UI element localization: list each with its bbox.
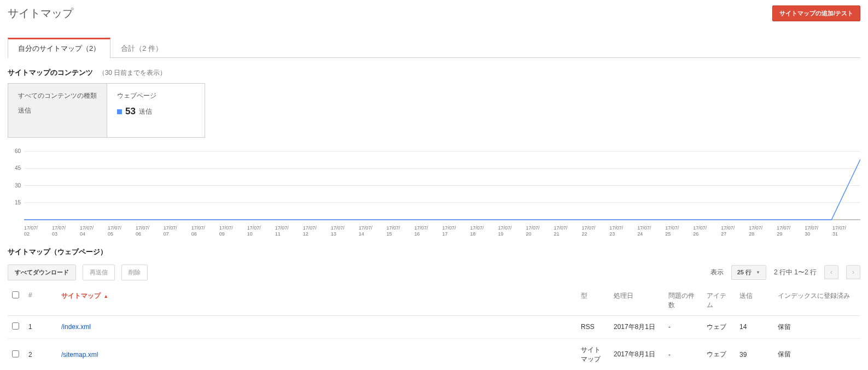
chart-x-tick: 17/07/30 xyxy=(805,225,832,237)
chart-x-tick: 17/07/19 xyxy=(498,225,526,237)
chart-x-tick: 17/07/09 xyxy=(219,225,247,237)
chart-x-tick: 17/07/25 xyxy=(665,225,693,237)
chart-x-tick: 17/07/24 xyxy=(637,225,665,237)
chart-x-tick: 17/07/12 xyxy=(303,225,331,237)
table-header-row: # サイトマップ ▲ 型 処理日 問題の件数 アイテム 送信 インデックスに登録… xyxy=(8,286,860,316)
delete-button[interactable]: 削除 xyxy=(121,265,148,280)
chart-x-tick: 17/07/22 xyxy=(581,225,609,237)
chart-x-tick: 17/07/26 xyxy=(693,225,721,237)
chart-x-tick: 17/07/28 xyxy=(749,225,777,237)
chevron-down-icon: ▼ xyxy=(756,270,760,275)
rows-select-value: 25 行 xyxy=(737,268,752,277)
page-title: サイトマップ xyxy=(8,6,73,21)
chart-x-tick: 17/07/02 xyxy=(24,225,52,237)
chart-x-tick: 17/07/23 xyxy=(609,225,637,237)
content-boxes: すべてのコンテンツの種類 送信 ウェブページ 53 送信 xyxy=(8,83,860,138)
chart-x-tick: 17/07/04 xyxy=(80,225,108,237)
contents-heading: サイトマップのコンテンツ （30 日前までを表示） xyxy=(8,68,860,78)
contents-heading-text: サイトマップのコンテンツ xyxy=(8,68,93,77)
chart-x-tick: 17/07/15 xyxy=(387,225,415,237)
chart-x-tick: 17/07/06 xyxy=(136,225,164,237)
cell-issues: - xyxy=(664,338,702,370)
cell-type: RSS xyxy=(576,315,609,338)
cell-issues: - xyxy=(664,315,702,338)
cell-sent: 14 xyxy=(735,315,773,338)
content-box-web-label: ウェブページ xyxy=(117,91,195,101)
chart: 15304560 17/07/0217/07/0317/07/0417/07/0… xyxy=(8,149,860,237)
sitemap-link[interactable]: /index.xml xyxy=(61,323,91,331)
col-issues[interactable]: 問題の件数 xyxy=(664,286,702,316)
cell-items: ウェブ xyxy=(702,315,735,338)
content-box-all-sub: 送信 xyxy=(18,106,97,115)
chart-x-tick: 17/07/07 xyxy=(164,225,191,237)
sitemap-link[interactable]: /sitemap.xml xyxy=(61,351,98,359)
tab-my-sitemaps[interactable]: 自分のサイトマップ（2） xyxy=(8,38,110,58)
col-num[interactable]: # xyxy=(24,286,57,316)
cell-processed: 2017年8月1日 xyxy=(609,338,664,370)
col-items[interactable]: アイテム xyxy=(702,286,735,316)
pager-label: 2 行中 1〜2 行 xyxy=(774,268,817,277)
pager-prev-button[interactable]: ‹ xyxy=(824,265,838,279)
col-type[interactable]: 型 xyxy=(576,286,609,316)
col-sent[interactable]: 送信 xyxy=(735,286,773,316)
chart-x-tick: 17/07/18 xyxy=(470,225,498,237)
svg-text:60: 60 xyxy=(15,149,21,154)
chart-svg: 15304560 xyxy=(8,149,860,225)
download-all-button[interactable]: すべてダウンロード xyxy=(8,265,76,280)
toolbar-right: 表示 25 行 ▼ 2 行中 1〜2 行 ‹ › xyxy=(710,265,860,280)
chart-x-tick: 17/07/13 xyxy=(331,225,359,237)
col-processed[interactable]: 処理日 xyxy=(609,286,664,316)
cell-indexed: 保留 xyxy=(773,338,860,370)
resend-button[interactable]: 再送信 xyxy=(83,265,115,280)
chart-x-ticks: 17/07/0217/07/0317/07/0417/07/0517/07/06… xyxy=(24,225,860,237)
content-box-web-value-row: 53 送信 xyxy=(117,106,195,117)
chart-x-tick: 17/07/20 xyxy=(526,225,554,237)
show-label: 表示 xyxy=(710,268,724,277)
cell-indexed: 保留 xyxy=(773,315,860,338)
cell-processed: 2017年8月1日 xyxy=(609,315,664,338)
content-box-all[interactable]: すべてのコンテンツの種類 送信 xyxy=(8,83,107,138)
toolbar-left: すべてダウンロード 再送信 削除 xyxy=(8,265,148,280)
content-box-web[interactable]: ウェブページ 53 送信 xyxy=(107,83,205,138)
tab-total[interactable]: 合計（2 件） xyxy=(110,38,173,58)
pager-next-button[interactable]: › xyxy=(846,265,860,279)
list-toolbar: すべてダウンロード 再送信 削除 表示 25 行 ▼ 2 行中 1〜2 行 ‹ … xyxy=(8,265,860,280)
chart-x-tick: 17/07/27 xyxy=(721,225,749,237)
chart-x-tick: 17/07/14 xyxy=(359,225,387,237)
chart-x-tick: 17/07/29 xyxy=(777,225,805,237)
chart-x-tick: 17/07/08 xyxy=(191,225,219,237)
add-sitemap-button[interactable]: サイトマップの追加/テスト xyxy=(772,5,860,21)
chart-x-tick: 17/07/11 xyxy=(275,225,303,237)
sort-asc-icon: ▲ xyxy=(103,293,108,299)
list-heading: サイトマップ（ウェブページ） xyxy=(8,247,860,257)
col-sitemap[interactable]: サイトマップ ▲ xyxy=(57,286,576,316)
svg-text:15: 15 xyxy=(15,199,21,205)
cell-items: ウェブ xyxy=(702,338,735,370)
content-box-web-value: 53 xyxy=(125,106,136,117)
col-indexed[interactable]: インデックスに登録済み xyxy=(773,286,860,316)
chart-x-tick: 17/07/03 xyxy=(52,225,80,237)
col-sitemap-label: サイトマップ xyxy=(61,292,101,299)
sitemap-table: # サイトマップ ▲ 型 処理日 問題の件数 アイテム 送信 インデックスに登録… xyxy=(8,286,860,370)
chart-x-tick: 17/07/17 xyxy=(442,225,470,237)
chart-x-tick: 17/07/05 xyxy=(108,225,136,237)
contents-heading-sub: （30 日前までを表示） xyxy=(98,69,167,77)
content-box-web-sub: 送信 xyxy=(139,107,152,116)
row-checkbox[interactable] xyxy=(12,322,19,330)
svg-text:30: 30 xyxy=(15,183,21,189)
content-box-all-label: すべてのコンテンツの種類 xyxy=(18,91,97,101)
rows-select[interactable]: 25 行 ▼ xyxy=(731,265,766,280)
table-row: 1/index.xmlRSS2017年8月1日-ウェブ14保留 xyxy=(8,315,860,338)
tabs: 自分のサイトマップ（2） 合計（2 件） xyxy=(8,38,860,58)
chart-x-tick: 17/07/10 xyxy=(247,225,275,237)
select-all-checkbox[interactable] xyxy=(12,291,19,298)
svg-text:45: 45 xyxy=(15,165,21,171)
header: サイトマップ サイトマップの追加/テスト xyxy=(8,5,860,21)
table-row: 2/sitemap.xmlサイトマップ2017年8月1日-ウェブ39保留 xyxy=(8,338,860,370)
cell-num: 1 xyxy=(24,315,57,338)
cell-type: サイトマップ xyxy=(576,338,609,370)
row-checkbox[interactable] xyxy=(12,350,19,357)
cell-sent: 39 xyxy=(735,338,773,370)
chart-x-tick: 17/07/21 xyxy=(554,225,581,237)
chart-x-tick: 17/07/16 xyxy=(415,225,442,237)
